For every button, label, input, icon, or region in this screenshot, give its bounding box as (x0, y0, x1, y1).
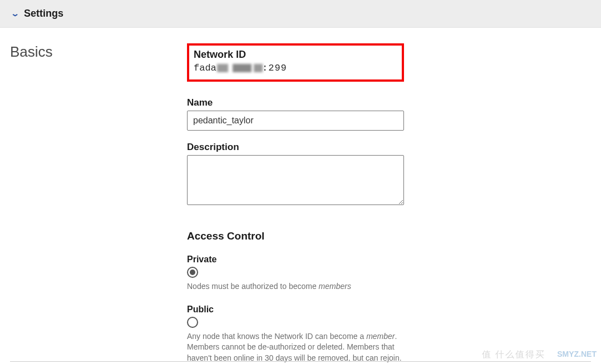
network-id-suffix: :299 (262, 63, 287, 73)
header-title: Settings (24, 8, 63, 19)
settings-header[interactable]: ⌄ Settings (0, 0, 601, 28)
public-label: Public (187, 305, 404, 315)
private-helper-text: Nodes must be authorized to become (187, 282, 319, 291)
private-option: Private Nodes must be authorized to beco… (187, 255, 404, 292)
access-control-heading: Access Control (187, 230, 577, 242)
public-helper-em: member (366, 332, 395, 341)
chevron-down-icon: ⌄ (11, 9, 20, 18)
network-id-value: fada :299 (194, 63, 397, 74)
name-field-group: Name (187, 97, 577, 131)
description-textarea[interactable] (187, 155, 404, 205)
right-column: Network ID fada :299 Name Description Ac… (187, 43, 577, 364)
watermark-site: SMYZ.NET (557, 350, 597, 358)
public-option: Public Any node that knows the Network I… (187, 305, 404, 364)
private-helper-em: members (319, 282, 351, 291)
redaction-block (233, 64, 252, 72)
public-helper-prefix: Any node that knows the Network ID can b… (187, 332, 366, 341)
content-area: Basics Network ID fada :299 Name Descrip… (0, 28, 601, 364)
redaction-block (217, 64, 228, 72)
name-label: Name (187, 97, 577, 108)
footer-divider (10, 361, 591, 362)
private-radio[interactable] (187, 267, 198, 278)
public-helper: Any node that knows the Network ID can b… (187, 331, 404, 364)
left-column: Basics (0, 43, 187, 364)
private-label: Private (187, 255, 404, 265)
description-label: Description (187, 142, 577, 153)
network-id-prefix: fada (194, 63, 216, 73)
network-id-label: Network ID (194, 49, 397, 61)
public-radio[interactable] (187, 317, 198, 328)
private-helper: Nodes must be authorized to become membe… (187, 281, 404, 292)
section-basics-label: Basics (10, 43, 187, 61)
description-field-group: Description (187, 142, 577, 207)
network-id-highlight: Network ID fada :299 (187, 43, 404, 82)
watermark-text: 值 什么值得买 (482, 349, 545, 361)
redaction-block (254, 64, 263, 72)
name-input[interactable] (187, 111, 404, 131)
